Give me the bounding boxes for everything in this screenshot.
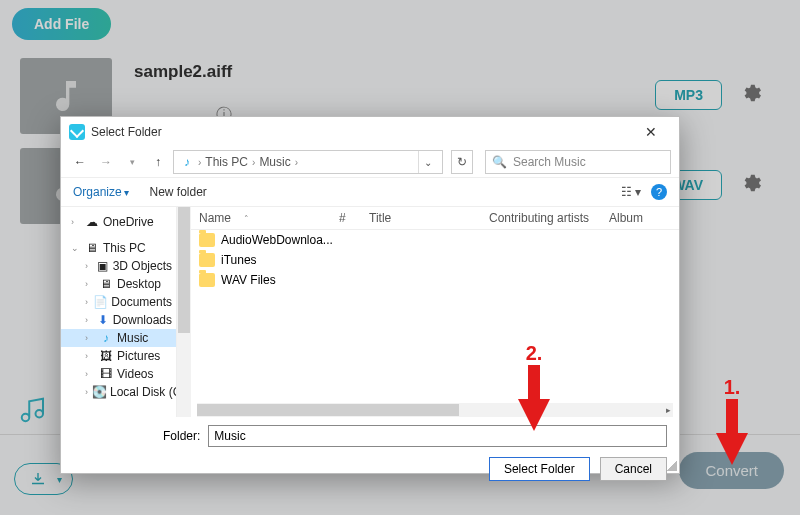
- folder-icon: [199, 233, 215, 247]
- annotation-label-1: 1.: [712, 376, 752, 465]
- sort-asc-icon: ˄: [244, 214, 259, 224]
- dialog-body: ›☁OneDrive ⌄🖥This PC ›▣3D Objects ›🖥Desk…: [61, 207, 679, 417]
- tree-item-pictures[interactable]: ›🖼Pictures: [61, 347, 176, 365]
- history-dropdown-icon[interactable]: ▾: [121, 157, 143, 167]
- folder-icon: [199, 253, 215, 267]
- music-note-icon: ♪: [99, 331, 113, 345]
- file-list: Name ˄ # Title Contributing artists Albu…: [191, 207, 679, 417]
- list-item[interactable]: iTunes: [191, 250, 679, 270]
- scrollbar-thumb[interactable]: [197, 404, 459, 416]
- dialog-titlebar: Select Folder ✕: [61, 117, 679, 147]
- col-contributing[interactable]: Contributing artists: [489, 211, 609, 225]
- chevron-right-icon: ›: [198, 157, 201, 168]
- cancel-button[interactable]: Cancel: [600, 457, 667, 481]
- search-icon: 🔍: [492, 155, 507, 169]
- back-icon[interactable]: ←: [69, 155, 91, 169]
- picture-icon: 🖼: [99, 349, 113, 363]
- list-item[interactable]: WAV Files: [191, 270, 679, 290]
- tree-item-downloads[interactable]: ›⬇Downloads: [61, 311, 176, 329]
- select-folder-button[interactable]: Select Folder: [489, 457, 590, 481]
- close-icon[interactable]: ✕: [631, 124, 671, 140]
- col-album[interactable]: Album: [609, 211, 653, 225]
- dialog-footer: Folder: Select Folder Cancel: [61, 417, 679, 491]
- breadcrumb-item[interactable]: Music: [259, 155, 290, 169]
- forward-icon[interactable]: →: [95, 155, 117, 169]
- tree-item-desktop[interactable]: ›🖥Desktop: [61, 275, 176, 293]
- arrow-down-icon: [514, 365, 554, 431]
- pc-icon: 🖥: [85, 241, 99, 255]
- tree-item-local-disk[interactable]: ›💽Local Disk (C:): [61, 383, 176, 401]
- list-scrollbar[interactable]: ◂ ▸: [197, 403, 673, 417]
- folder-tree: ›☁OneDrive ⌄🖥This PC ›▣3D Objects ›🖥Desk…: [61, 207, 177, 417]
- tree-item-documents[interactable]: ›📄Documents: [61, 293, 176, 311]
- annotation-label-2: 2.: [514, 342, 554, 431]
- chevron-right-icon: ›: [252, 157, 255, 168]
- dialog-title: Select Folder: [91, 125, 162, 139]
- tree-scrollbar[interactable]: [177, 207, 191, 417]
- col-number[interactable]: #: [339, 211, 369, 225]
- video-icon: 🎞: [99, 367, 113, 381]
- list-item[interactable]: AudioWebDownloa...: [191, 230, 679, 250]
- dialog-toolbar: Organize New folder ☷ ▾ ?: [61, 177, 679, 207]
- app-logo-icon: [69, 124, 85, 140]
- scroll-right-icon[interactable]: ▸: [661, 403, 675, 417]
- tree-item-onedrive[interactable]: ›☁OneDrive: [61, 213, 176, 231]
- search-placeholder: Search Music: [513, 155, 586, 169]
- scrollbar-thumb[interactable]: [178, 207, 190, 333]
- organize-menu[interactable]: Organize: [73, 185, 129, 199]
- dialog-nav: ← → ▾ ↑ ♪ › This PC › Music › ⌄ ↻ 🔍 Sear…: [61, 147, 679, 177]
- music-note-icon: ♪: [180, 155, 194, 169]
- breadcrumb[interactable]: ♪ › This PC › Music › ⌄: [173, 150, 443, 174]
- resize-handle[interactable]: [667, 461, 677, 471]
- folder-label: Folder:: [163, 429, 200, 443]
- up-icon[interactable]: ↑: [147, 155, 169, 169]
- download-icon: ⬇: [97, 313, 108, 327]
- search-input[interactable]: 🔍 Search Music: [485, 150, 671, 174]
- breadcrumb-item[interactable]: This PC: [205, 155, 248, 169]
- select-folder-dialog: Select Folder ✕ ← → ▾ ↑ ♪ › This PC › Mu…: [60, 116, 680, 474]
- col-title[interactable]: Title: [369, 211, 489, 225]
- refresh-icon[interactable]: ↻: [451, 150, 473, 174]
- list-header: Name ˄ # Title Contributing artists Albu…: [191, 207, 679, 230]
- chevron-right-icon: ›: [295, 157, 298, 168]
- desktop-icon: 🖥: [99, 277, 113, 291]
- tree-item-videos[interactable]: ›🎞Videos: [61, 365, 176, 383]
- help-icon[interactable]: ?: [651, 184, 667, 200]
- folder-input[interactable]: [208, 425, 667, 447]
- chevron-down-icon[interactable]: ⌄: [418, 151, 436, 173]
- cloud-icon: ☁: [85, 215, 99, 229]
- tree-item-this-pc[interactable]: ⌄🖥This PC: [61, 239, 176, 257]
- col-name[interactable]: Name ˄: [199, 211, 339, 225]
- cube-icon: ▣: [97, 259, 108, 273]
- new-folder-button[interactable]: New folder: [149, 185, 206, 199]
- tree-item-music[interactable]: ›♪Music: [61, 329, 176, 347]
- tree-item-3d-objects[interactable]: ›▣3D Objects: [61, 257, 176, 275]
- folder-icon: [199, 273, 215, 287]
- arrow-down-icon: [712, 399, 752, 465]
- disk-icon: 💽: [92, 385, 106, 399]
- view-options-icon[interactable]: ☷ ▾: [621, 185, 641, 199]
- document-icon: 📄: [93, 295, 107, 309]
